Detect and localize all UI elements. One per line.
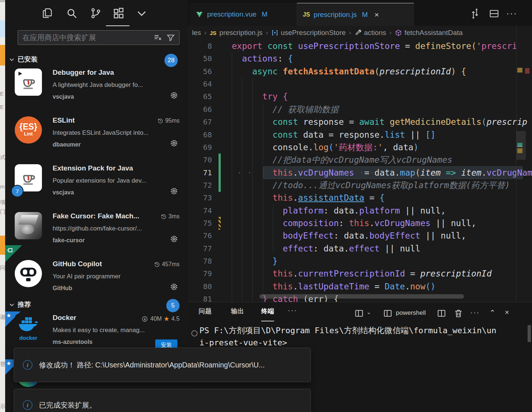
horizontal-scrollbar-thumb[interactable] — [259, 294, 464, 299]
extensions-icon[interactable] — [112, 7, 125, 20]
line-number[interactable]: 65 — [188, 90, 212, 103]
open-changes-icon[interactable] — [469, 8, 480, 19]
section-header-推荐[interactable]: 推荐 5 — [5, 299, 188, 311]
line-number[interactable]: 73 — [188, 191, 212, 204]
line-number[interactable]: 67 — [188, 116, 212, 128]
split-terminal-icon[interactable] — [436, 308, 447, 318]
more-actions-icon[interactable]: ··· — [470, 308, 480, 317]
code-line-69[interactable]: 69 console.log('药材数据:', data) — [188, 141, 532, 154]
line-number[interactable]: 77 — [188, 242, 212, 255]
breadcrumb-item[interactable]: les — [192, 29, 201, 37]
code-line-68[interactable]: 68 const data = response.list || [] — [188, 128, 532, 141]
extension-item-fake-cursor-fake-mach-[interactable]: Fake Cursor: Fake Mach... 3ms https://gi… — [5, 210, 188, 258]
line-number[interactable]: 75 — [188, 217, 212, 230]
extension-item-extension-pack-for-java[interactable]: 7 Extension Pack for Java Popular extens… — [5, 162, 188, 210]
line-number[interactable]: 74 — [188, 204, 212, 217]
code-line-50[interactable]: 50 actions: { — [188, 52, 532, 65]
manage-gear-icon[interactable] — [169, 91, 179, 100]
source-control-icon[interactable] — [89, 7, 102, 20]
editor-tab-prescription.vue[interactable]: prescription.vue M — [189, 3, 297, 26]
code-line-66[interactable]: 66 // 获取辅助数据 — [188, 103, 532, 116]
notification-toast[interactable]: i 已完成安装扩展。 — [14, 389, 311, 412]
chevron-down-icon[interactable] — [135, 7, 148, 20]
extension-item-debugger-for-java[interactable]: Debugger for Java A lightweight Java deb… — [5, 66, 188, 114]
extension-name: Debugger for Java — [53, 68, 114, 77]
code-line-56[interactable]: 56 async fetchAssistantData(prescription… — [188, 65, 532, 78]
kill-terminal-icon[interactable] — [453, 308, 464, 318]
line-number[interactable]: 68 — [188, 128, 212, 141]
line-number[interactable]: 69 — [188, 141, 212, 154]
bg-window-text-fragment: E — [0, 91, 5, 97]
code-line-70[interactable]: 70 //把data中的vcDrugName写入vcDrugNames — [188, 154, 532, 166]
line-number[interactable]: 78 — [188, 255, 212, 268]
ruler-mark — [517, 148, 522, 153]
code-line-65[interactable]: 65 try { — [188, 90, 532, 103]
line-number[interactable]: 66 — [188, 103, 212, 116]
close-icon[interactable]: × — [375, 11, 379, 18]
code-line-74[interactable]: 74 platform: data.platform || null, — [188, 204, 532, 217]
breadcrumb-item[interactable]: fetchAssistantData — [395, 29, 462, 37]
manage-gear-icon[interactable] — [169, 282, 179, 292]
launch-terminal-profile-icon[interactable] — [354, 308, 364, 318]
breadcrumb-separator: › — [349, 29, 351, 36]
close-panel-icon[interactable]: × — [505, 308, 509, 317]
code-line-75[interactable]: 75 composition: this.vcDrugNames || null… — [188, 217, 532, 230]
line-number[interactable]: 70 — [188, 154, 212, 166]
manage-gear-icon[interactable] — [169, 186, 179, 196]
breadcrumb-item[interactable]: JSprescription.js — [210, 29, 263, 37]
line-number[interactable]: 79 — [188, 267, 212, 280]
manage-gear-icon[interactable] — [169, 138, 179, 148]
code-line-72[interactable]: 72 //todo...通过vcDrugNames获取platform数据(药方… — [188, 179, 532, 192]
editor-tab-prescription.js[interactable]: JS prescription.js M × — [297, 3, 414, 26]
manage-gear-icon[interactable] — [169, 234, 179, 244]
panel-tab-输出[interactable]: 输出 — [231, 307, 244, 318]
filter-icon[interactable] — [166, 33, 175, 43]
more-actions-icon[interactable]: ··· — [506, 8, 517, 19]
line-number[interactable]: 71 — [188, 166, 212, 179]
code-line-71[interactable]: 71 · · this.vcDrugNames ·=·data.map(item… — [188, 166, 532, 179]
section-header-已安装[interactable]: 已安装 28 — [5, 54, 188, 66]
split-editor-icon[interactable] — [489, 8, 500, 19]
line-number[interactable]: 72 — [188, 179, 212, 192]
more-panel-tabs-icon[interactable]: ··· — [288, 306, 297, 314]
line-number[interactable]: 50 — [188, 52, 212, 65]
line-number[interactable]: 64 — [188, 78, 212, 91]
panel-tab-终端[interactable]: 终端 — [261, 307, 274, 321]
code-line-73[interactable]: 73 this.assistantData = { — [188, 191, 532, 204]
clear-list-icon[interactable] — [153, 33, 163, 43]
terminal-scrollbar[interactable] — [528, 325, 531, 342]
code-line-8[interactable]: 8 export const usePrescriptionStore = de… — [188, 40, 532, 53]
terminal-prompt-line-1[interactable]: PS F:\方剂项目\D\Program Files\方剂结构化微信端\form… — [199, 325, 496, 336]
line-number[interactable]: 8 — [188, 40, 212, 53]
extension-item-github-copilot[interactable]: GitHub Copilot 457ms Your AI pair progra… — [5, 258, 188, 306]
code-line-78[interactable]: 78 } — [188, 255, 532, 268]
notification-toast[interactable]: i 修改成功！ 路径: C:\Users\Administrator\AppDa… — [14, 348, 311, 382]
panel-tab-问题[interactable]: 问题 — [199, 307, 212, 318]
code-line-76[interactable]: 76 bodyEffect: data.bodyEffect || null, — [188, 229, 532, 242]
code-line-77[interactable]: 77 effect: data.effect || null — [188, 242, 532, 255]
terminal-instance-icon[interactable] — [383, 308, 393, 318]
breadcrumb-item[interactable]: usePrescriptionStore — [271, 29, 345, 37]
code-text: this.currentPrescriptionId = prescriptio… — [232, 267, 492, 280]
line-number[interactable]: 80 — [188, 280, 212, 293]
code-line-64[interactable]: 64 — [188, 78, 532, 91]
search-icon[interactable] — [65, 7, 78, 20]
code-text: console.log('药材数据:', data) — [232, 141, 419, 154]
chevron-down-icon[interactable]: ⌄ — [366, 309, 371, 316]
code-line-67[interactable]: 67 const response = await getMedicineDet… — [188, 116, 532, 128]
code-line-79[interactable]: 79 this.currentPrescriptionId = prescrip… — [188, 267, 532, 280]
code-line-80[interactable]: 80 this.lastUpdateTime = Date.now() — [188, 280, 532, 293]
code-editor[interactable]: 8 export const usePrescriptionStore = de… — [188, 40, 532, 302]
breadcrumb-separator: › — [204, 29, 206, 36]
files-icon[interactable] — [41, 7, 54, 20]
line-number[interactable]: 81 — [188, 293, 212, 302]
breadcrumb-item[interactable]: actions — [354, 29, 386, 37]
extension-publisher: ms-azuretools — [53, 339, 92, 345]
terminal-shell-label[interactable]: powershell — [396, 309, 426, 317]
line-number[interactable]: 76 — [188, 229, 212, 242]
line-number[interactable]: 56 — [188, 65, 212, 78]
search-input[interactable] — [22, 32, 145, 43]
maximize-panel-icon[interactable]: ⌃ — [489, 308, 496, 317]
terminal-prompt-line-2[interactable]: i-preset-vue-vite> — [199, 338, 287, 347]
extension-item-eslint[interactable]: {ES}Lint ESLint 95ms Integrates ESLint J… — [5, 114, 188, 162]
